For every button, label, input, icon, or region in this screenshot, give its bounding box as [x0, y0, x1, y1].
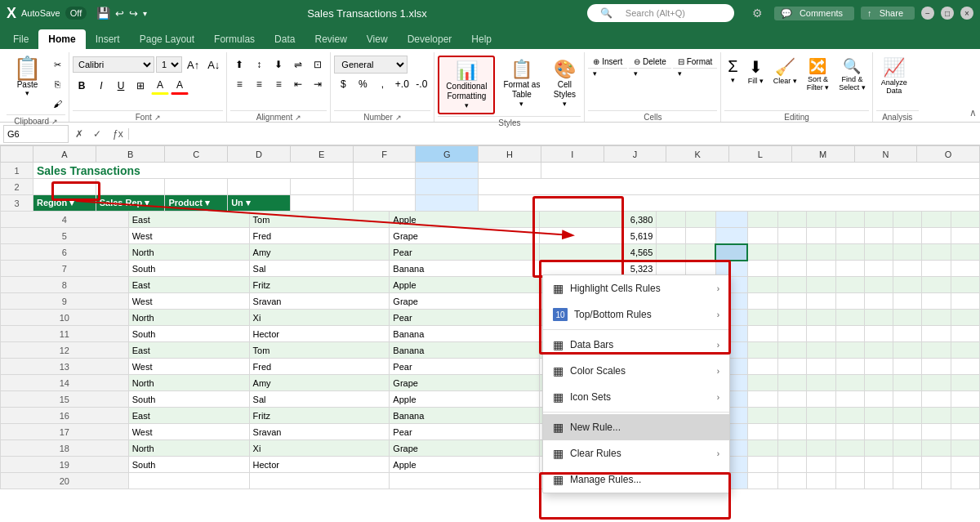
cell-m12[interactable] — [893, 342, 922, 359]
save-icon[interactable]: 💾 — [96, 7, 110, 20]
cell-i9[interactable] — [778, 293, 807, 310]
cell-f16[interactable] — [685, 408, 715, 424]
cell-b14[interactable]: Amy — [249, 375, 390, 391]
paste-button[interactable]: 📋 Paste ▾ — [7, 56, 48, 99]
cell-l19[interactable] — [864, 457, 893, 473]
cell-a4[interactable]: East — [128, 212, 249, 228]
cell-n20[interactable] — [922, 473, 951, 489]
cell-b19[interactable]: Hector — [249, 457, 390, 473]
font-size-select[interactable]: 11 — [156, 56, 182, 73]
cell-f1[interactable] — [353, 163, 416, 179]
col-header-i[interactable]: I — [541, 146, 604, 163]
cell-e11[interactable] — [657, 326, 685, 342]
cell-e19[interactable] — [657, 457, 685, 473]
cell-b7[interactable]: Sal — [249, 261, 390, 277]
cell-c5[interactable]: Grape — [390, 228, 540, 244]
comments-btn[interactable]: 💬 Comments — [774, 7, 854, 20]
cell-g11[interactable] — [715, 326, 747, 342]
align-right-btn[interactable]: ≡ — [270, 75, 287, 93]
cell-e15[interactable] — [657, 391, 685, 408]
conditional-formatting-button[interactable]: 📊 ConditionalFormatting ▾ — [438, 56, 495, 114]
format-painter-button[interactable]: 🖌 — [50, 95, 65, 113]
cell-d12[interactable]: 4,213 — [540, 342, 657, 359]
cell-b2[interactable] — [96, 179, 165, 195]
dec-inc-btn[interactable]: +.0 — [393, 75, 411, 93]
col-header-h[interactable]: H — [479, 146, 541, 163]
find-select-button[interactable]: 🔍 Find &Select ▾ — [835, 56, 869, 93]
cell-h11[interactable] — [747, 326, 777, 342]
cell-h7[interactable] — [747, 261, 777, 277]
cell-c17[interactable]: Pear — [390, 424, 540, 440]
cell-d10[interactable]: 5,321 — [540, 310, 657, 326]
delete-button[interactable]: ⊖ Delete ▾ — [629, 56, 671, 78]
cell-k20[interactable] — [835, 473, 864, 489]
cell-g10[interactable] — [715, 310, 747, 326]
tab-view[interactable]: View — [357, 29, 398, 49]
cell-b10[interactable]: Xi — [249, 310, 390, 326]
fill-color-button[interactable]: A — [151, 77, 169, 95]
cell-d11[interactable]: 2,427 — [540, 326, 657, 342]
cell-o13[interactable] — [951, 359, 979, 375]
indent-dec-btn[interactable]: ⇤ — [289, 75, 307, 93]
cell-h13[interactable] — [747, 359, 777, 375]
increase-font-btn[interactable]: A↑ — [184, 56, 203, 74]
cell-n6[interactable] — [922, 244, 951, 261]
cell-d13[interactable]: 3,239 — [540, 359, 657, 375]
cell-i7[interactable] — [778, 261, 807, 277]
cell-c13[interactable]: Pear — [390, 359, 540, 375]
cell-j5[interactable] — [807, 228, 835, 244]
cell-a17[interactable]: West — [128, 424, 249, 440]
cell-e9[interactable] — [657, 293, 685, 310]
cell-j15[interactable] — [807, 391, 835, 408]
comma-btn[interactable]: , — [373, 75, 391, 93]
tab-home[interactable]: Home — [38, 29, 85, 49]
cell-c7[interactable]: Banana — [390, 261, 540, 277]
cell-c4[interactable]: Apple — [390, 212, 540, 228]
cell-i12[interactable] — [778, 342, 807, 359]
cell-e10[interactable] — [657, 310, 685, 326]
cell-g20[interactable] — [715, 473, 747, 489]
cell-l11[interactable] — [864, 326, 893, 342]
cell-m17[interactable] — [893, 424, 922, 440]
cell-a8[interactable]: East — [128, 277, 249, 293]
cell-g5[interactable] — [715, 228, 747, 244]
cell-i13[interactable] — [778, 359, 807, 375]
cell-f3[interactable] — [353, 195, 416, 212]
cell-e13[interactable] — [657, 359, 685, 375]
cell-b20[interactable] — [249, 473, 390, 489]
cell-m11[interactable] — [893, 326, 922, 342]
cell-e3[interactable] — [290, 195, 353, 212]
cell-o19[interactable] — [951, 457, 979, 473]
cell-e14[interactable] — [657, 375, 685, 391]
cell-b9[interactable]: Sravan — [249, 293, 390, 310]
cell-e4[interactable] — [657, 212, 685, 228]
cell-g15[interactable] — [715, 391, 747, 408]
cell-c20[interactable] — [390, 473, 540, 489]
tab-file[interactable]: File — [3, 29, 38, 49]
cell-e6[interactable] — [657, 244, 685, 261]
cell-g14[interactable] — [715, 375, 747, 391]
cell-d6[interactable]: 4,565 — [540, 244, 657, 261]
cell-i10[interactable] — [778, 310, 807, 326]
cell-b4[interactable]: Tom — [249, 212, 390, 228]
cell-e8[interactable] — [657, 277, 685, 293]
cell-j16[interactable] — [807, 408, 835, 424]
col-header-e[interactable]: E — [290, 146, 353, 163]
cell-e5[interactable] — [657, 228, 685, 244]
cell-h5[interactable] — [747, 228, 777, 244]
cell-k5[interactable] — [835, 228, 864, 244]
cell-m18[interactable] — [893, 440, 922, 457]
cell-e7[interactable] — [657, 261, 685, 277]
copy-button[interactable]: ⎘ — [50, 75, 65, 93]
cell-c8[interactable]: Apple — [390, 277, 540, 293]
cell-a13[interactable]: West — [128, 359, 249, 375]
cell-i8[interactable] — [778, 277, 807, 293]
col-header-f[interactable]: F — [353, 146, 416, 163]
cell-g17[interactable] — [715, 424, 747, 440]
cell-c9[interactable]: Grape — [390, 293, 540, 310]
tab-page-layout[interactable]: Page Layout — [130, 29, 204, 49]
col-header-m[interactable]: M — [791, 146, 854, 163]
cell-n11[interactable] — [922, 326, 951, 342]
cell-g8[interactable] — [715, 277, 747, 293]
cell-n16[interactable] — [922, 408, 951, 424]
